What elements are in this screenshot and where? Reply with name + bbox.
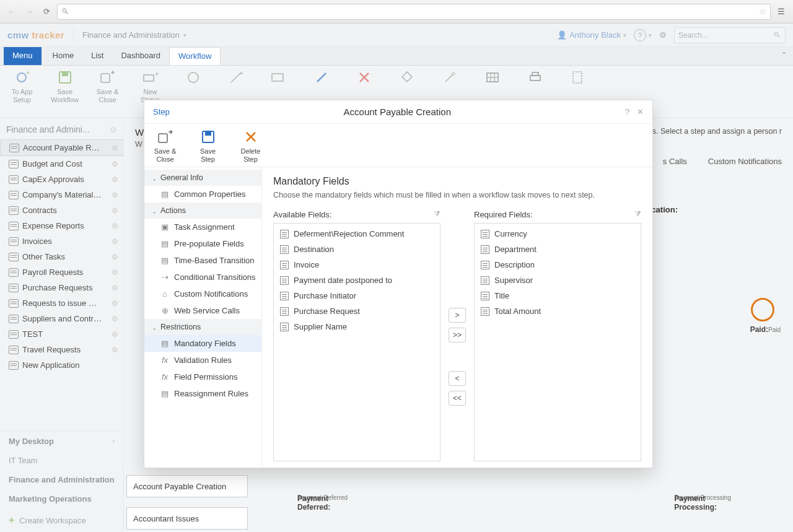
app-icon	[9, 237, 19, 246]
tab-list[interactable]: List	[82, 47, 112, 65]
ribbon-edit-icon	[304, 69, 338, 85]
sidebar-item[interactable]: Purchase Requests⚙	[0, 280, 123, 295]
tab-home[interactable]: Home	[44, 47, 83, 65]
modal-nav-item[interactable]: ⇢Conditional Transitions	[144, 269, 261, 286]
app-icon	[9, 191, 19, 199]
modal-nav-item[interactable]: ▤Reassignment Rules	[144, 385, 261, 402]
field-item[interactable]: Purchase Initiator	[274, 288, 440, 303]
gear-icon[interactable]: ⚙	[112, 191, 118, 199]
reload-button[interactable]: ⟳	[40, 5, 53, 19]
app-icon	[9, 160, 19, 168]
address-bar[interactable]: 🔍︎ ☆	[57, 4, 771, 20]
field-item[interactable]: Invoice	[274, 257, 440, 273]
modal-breadcrumb[interactable]: Step	[153, 107, 170, 116]
sidebar-item[interactable]: Budget and Cost⚙	[0, 156, 123, 172]
field-item[interactable]: Currency	[475, 226, 641, 242]
field-item[interactable]: Title	[475, 288, 641, 303]
sidebar-item[interactable]: Payroll Requests⚙	[0, 264, 123, 280]
gear-icon[interactable]: ⚙	[112, 268, 118, 277]
sidebar-item[interactable]: CapEx Approvals⚙	[0, 172, 123, 187]
gear-icon[interactable]: ⚙	[112, 237, 118, 246]
available-list[interactable]: Deferment\Rejection Comment Destination …	[273, 223, 440, 461]
modal-nav-item[interactable]: ▣Task Assignment	[144, 219, 261, 235]
modal-nav-group[interactable]: Actions	[144, 203, 261, 219]
gear-icon[interactable]: ⚙	[112, 346, 118, 354]
back-button[interactable]: ←	[5, 5, 19, 19]
field-item[interactable]: Supervisor	[475, 273, 641, 288]
modal-ribbon-delete-step[interactable]: DeleteStep	[234, 129, 268, 163]
field-item[interactable]: Payment date postponed to	[274, 273, 440, 288]
field-item[interactable]: Description	[475, 257, 641, 273]
tabs-collapse-icon[interactable]: ⌃	[781, 51, 787, 59]
gear-icon[interactable]: ⚙	[112, 206, 118, 215]
browser-menu-icon[interactable]: ☰	[774, 5, 788, 19]
app-icon	[9, 206, 19, 215]
sidebar-item[interactable]: Suppliers and Contrac...⚙	[0, 311, 123, 326]
field-icon	[280, 230, 289, 238]
sidebar-item[interactable]: Other Tasks⚙	[0, 249, 123, 264]
move-all-left-button[interactable]: <<	[449, 391, 466, 406]
filter-icon[interactable]: ⧩	[634, 209, 641, 219]
gear-icon[interactable]: ⚙	[112, 315, 118, 323]
sidebar-item[interactable]: Contracts⚙	[0, 203, 123, 218]
modal-nav-group[interactable]: General Info	[144, 170, 261, 186]
sidebar-item[interactable]: Travel Requests⚙	[0, 342, 123, 357]
modal-close-icon[interactable]: ✕	[637, 107, 644, 116]
field-item[interactable]: Total Amount	[475, 303, 641, 319]
modal-ribbon-save-step[interactable]: SaveStep	[191, 129, 225, 163]
sidebar-item[interactable]: New Application	[0, 357, 123, 373]
sidebar-item[interactable]: TEST⚙	[0, 326, 123, 342]
forward-button[interactable]: →	[22, 5, 36, 19]
modal-nav-item-mandatory-fields[interactable]: ▤Mandatory Fields	[144, 335, 261, 352]
sidebar-item[interactable]: Account Payable Requ...⚙	[0, 139, 123, 156]
gear-icon[interactable]: ⚙	[112, 222, 118, 230]
tab-link[interactable]: s Calls	[663, 157, 687, 166]
search-glass-icon: 🔍︎	[61, 7, 69, 16]
modal-help-icon[interactable]: ?	[625, 107, 629, 116]
field-item[interactable]: Supplier Name	[274, 319, 440, 334]
move-left-button[interactable]: <	[449, 371, 466, 386]
tab-workflow[interactable]: Workflow	[169, 47, 221, 65]
modal-nav-group[interactable]: Restrictions	[144, 319, 261, 335]
sidebar-item[interactable]: Expense Reports⚙	[0, 218, 123, 233]
modal-nav-item[interactable]: fxValidation Rules	[144, 352, 261, 368]
ribbon-placeholder-icon	[432, 69, 467, 85]
field-item[interactable]: Purchase Request	[274, 303, 440, 319]
modal-nav-item[interactable]: ⌂Custom Notifications	[144, 286, 261, 302]
browser-chrome: ← → ⟳ 🔍︎ ☆ ☰	[0, 0, 793, 24]
gear-icon[interactable]: ⚙	[112, 330, 118, 339]
tab-dashboard[interactable]: Dashboard	[112, 47, 169, 65]
gear-icon[interactable]: ⚙	[112, 160, 118, 168]
bookmark-star-icon[interactable]: ☆	[759, 7, 766, 16]
gear-icon[interactable]: ⚙	[112, 144, 118, 152]
gear-icon[interactable]: ⚙	[112, 299, 118, 308]
content-subtitle: Choose the mandatory fields which must b…	[273, 191, 641, 199]
sidebar-item[interactable]: Company's Material A...⚙	[0, 187, 123, 203]
tab-link[interactable]: Custom Notifications	[708, 157, 782, 166]
workflow-step-box[interactable]: Accountant Issues	[126, 507, 248, 530]
required-label: Required Fields:	[474, 210, 533, 219]
gear-icon[interactable]: ⚙	[112, 284, 118, 292]
required-column: Required Fields:⧩ Currency Department De…	[474, 209, 641, 461]
modal-nav-item[interactable]: fxField Permissions	[144, 368, 261, 385]
modal-ribbon-save-close[interactable]: Save &Close	[148, 129, 182, 163]
filter-icon[interactable]: ⧩	[434, 209, 440, 219]
gear-icon[interactable]: ⚙	[112, 253, 118, 261]
move-all-right-button[interactable]: >>	[449, 328, 466, 342]
sidebar-item[interactable]: Requests to issue Mat...⚙	[0, 295, 123, 311]
field-item[interactable]: Deferment\Rejection Comment	[274, 226, 440, 242]
fx-icon: fx	[160, 373, 169, 382]
modal-nav-item[interactable]: ▤Pre-populate Fields	[144, 235, 261, 252]
modal-nav-item[interactable]: ▤Time-Based Transition	[144, 252, 261, 269]
workflow-node-paid[interactable]	[751, 298, 774, 321]
workflow-step-box[interactable]: Account Payable Creation	[126, 475, 248, 497]
gear-icon[interactable]: ⚙	[112, 175, 118, 184]
required-list[interactable]: Currency Department Description Supervis…	[474, 223, 641, 461]
modal-nav-item[interactable]: ▤Common Properties	[144, 186, 261, 203]
field-item[interactable]: Department	[475, 242, 641, 257]
move-right-button[interactable]: >	[449, 308, 466, 323]
field-item[interactable]: Destination	[274, 242, 440, 257]
tab-menu[interactable]: Menu	[4, 47, 42, 65]
sidebar-item[interactable]: Invoices⚙	[0, 233, 123, 249]
modal-nav-item[interactable]: ⊕Web Service Calls	[144, 302, 261, 319]
